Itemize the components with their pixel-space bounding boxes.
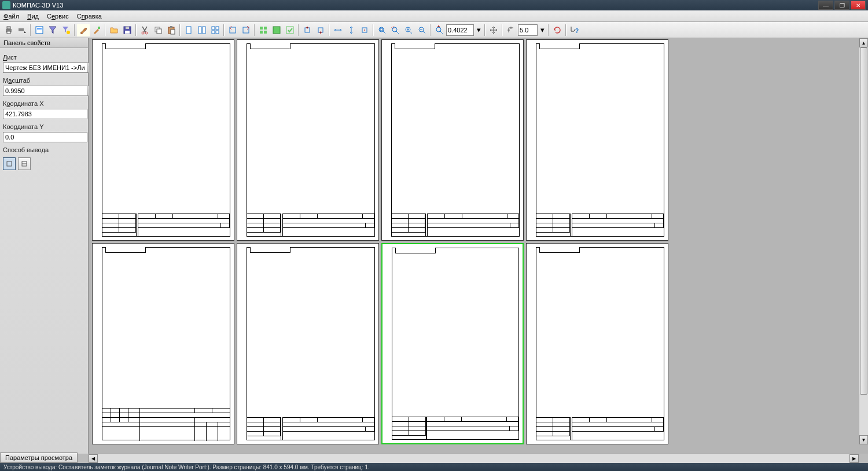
filter-settings-icon[interactable] (60, 24, 72, 36)
drawing-sheet[interactable] (381, 39, 524, 241)
scroll-left-icon[interactable]: ◀ (89, 454, 98, 463)
svg-rect-5 (37, 28, 42, 30)
drawing-sheet[interactable] (526, 39, 668, 241)
coordy-field[interactable] (3, 132, 87, 142)
svg-rect-32 (286, 27, 293, 34)
zoom-window-icon[interactable] (389, 24, 402, 36)
brush-settings-icon[interactable] (90, 24, 103, 36)
svg-rect-1 (7, 27, 10, 29)
help-icon[interactable]: ? (568, 24, 581, 36)
coordx-label: Координата X (3, 100, 85, 107)
zoom-combo[interactable] (446, 24, 474, 36)
svg-rect-21 (212, 27, 215, 30)
scale-field[interactable] (3, 86, 87, 96)
bottom-tabs: Параметры просмотра (0, 452, 78, 463)
close-button[interactable]: ✕ (851, 1, 866, 10)
drawing-sheet[interactable] (237, 39, 379, 241)
zoom-dynamic-icon[interactable] (433, 24, 446, 36)
svg-rect-10 (125, 31, 130, 34)
combo-dropdown-icon[interactable]: ▾ (475, 24, 483, 36)
tile-green-icon[interactable] (270, 24, 283, 36)
dimension-box-icon[interactable] (358, 24, 371, 36)
output-label: Способ вывода (3, 146, 85, 153)
scroll-right-icon[interactable]: ▶ (849, 454, 859, 463)
scroll-down-icon[interactable]: ▼ (859, 435, 868, 444)
cut-icon[interactable] (138, 24, 151, 36)
brush-icon[interactable] (77, 24, 90, 36)
svg-text:?: ? (575, 28, 579, 34)
main-area: Панель свойств Лист ▼ Масштаб ▼ Координа… (0, 38, 868, 454)
rotate-left-icon[interactable] (226, 24, 239, 36)
svg-rect-26 (243, 27, 249, 33)
filter-icon[interactable] (46, 24, 59, 36)
scale-label: Масштаб (3, 77, 85, 84)
svg-rect-17 (171, 30, 175, 34)
drawing-sheet[interactable] (381, 243, 524, 444)
svg-point-43 (436, 27, 441, 32)
svg-point-11 (142, 32, 144, 34)
page-grid-icon[interactable] (209, 24, 222, 36)
step-combo[interactable] (518, 24, 538, 36)
svg-rect-27 (260, 27, 263, 30)
svg-rect-20 (203, 27, 205, 34)
print-icon[interactable] (2, 24, 15, 36)
scroll-up-icon[interactable]: ▲ (859, 38, 868, 47)
canvas[interactable]: ▲ ▼ (89, 38, 868, 454)
maximize-button[interactable]: ❐ (834, 1, 849, 10)
svg-rect-7 (98, 27, 100, 29)
save-icon[interactable] (121, 24, 134, 36)
svg-point-36 (364, 30, 365, 31)
page-single-icon[interactable] (182, 24, 195, 36)
menu-help[interactable]: Справка (77, 13, 102, 20)
arrow-contract-icon[interactable] (314, 24, 327, 36)
menubar: Файл Вид Сервис Справка (0, 10, 868, 22)
drawing-sheet[interactable] (92, 39, 234, 241)
panel-title: Панель свойств (0, 38, 88, 48)
page-multi-icon[interactable] (196, 24, 208, 36)
svg-rect-30 (264, 31, 267, 34)
print-dropdown-icon[interactable] (16, 24, 28, 36)
preview-icon[interactable] (33, 24, 46, 36)
svg-rect-4 (36, 27, 43, 34)
paste-icon[interactable] (165, 24, 178, 36)
step-dropdown-icon[interactable]: ▾ (538, 24, 546, 36)
copy-icon[interactable] (152, 24, 164, 36)
svg-rect-14 (157, 29, 161, 34)
drawing-sheet[interactable] (237, 243, 379, 444)
svg-rect-31 (273, 27, 280, 34)
zoom-fit-icon[interactable] (376, 24, 388, 36)
drawing-sheet[interactable] (526, 243, 668, 444)
output-mode-1-button[interactable] (3, 157, 16, 170)
tab-view-params[interactable]: Параметры просмотра (0, 452, 78, 463)
vertical-scroll-thumb[interactable] (860, 47, 867, 395)
svg-rect-24 (216, 31, 219, 34)
menu-file[interactable]: Файл (3, 13, 19, 20)
step-icon[interactable] (505, 24, 517, 36)
toggle-on-icon[interactable] (284, 24, 296, 36)
pan-icon[interactable] (487, 24, 500, 36)
status-text: Устройство вывода: Составитель заметок ж… (3, 464, 370, 470)
dimension-h-icon[interactable] (332, 24, 344, 36)
arrow-expand-icon[interactable] (301, 24, 314, 36)
grid4-green-icon[interactable] (257, 24, 270, 36)
open-icon[interactable] (108, 24, 120, 36)
svg-point-37 (379, 27, 384, 32)
zoom-in-icon[interactable] (402, 24, 415, 36)
menu-view[interactable]: Вид (27, 13, 39, 20)
drawing-sheet[interactable] (92, 243, 234, 444)
coordx-field[interactable] (3, 109, 87, 119)
output-mode-2-button[interactable] (18, 157, 31, 170)
svg-rect-16 (170, 26, 172, 28)
vertical-scrollbar[interactable]: ▲ ▼ (859, 38, 868, 444)
svg-rect-23 (212, 31, 215, 34)
menu-service[interactable]: Сервис (47, 13, 69, 20)
zoom-out-icon[interactable] (415, 24, 428, 36)
minimize-button[interactable]: — (818, 1, 833, 10)
sheet-field[interactable] (3, 62, 87, 73)
horizontal-scrollbar[interactable]: ◀ ▶ (89, 454, 859, 463)
refresh-icon[interactable] (551, 24, 564, 36)
svg-rect-9 (126, 27, 129, 29)
dimension-v-icon[interactable] (345, 24, 358, 36)
statusbar: Устройство вывода: Составитель заметок ж… (0, 463, 868, 471)
rotate-right-icon[interactable] (240, 24, 252, 36)
